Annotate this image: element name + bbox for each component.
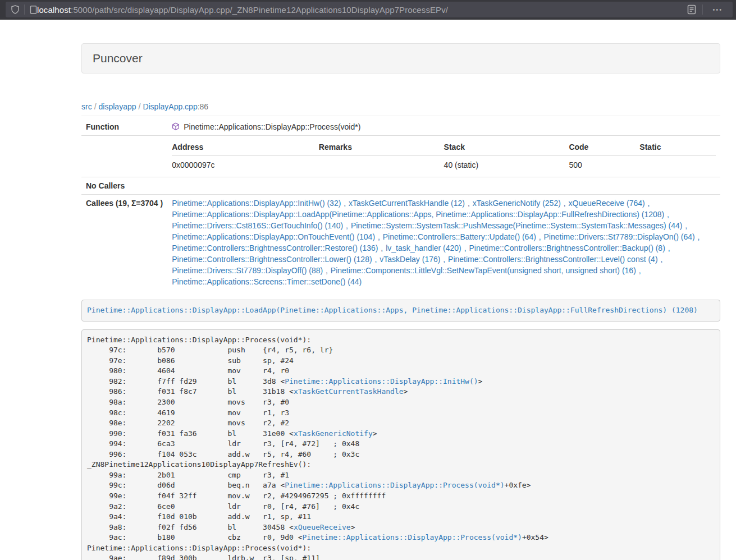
highlighted-symbol-box: Pinetime::Applications::DisplayApp::Load…: [81, 300, 720, 322]
symbol-cube-icon: [172, 122, 180, 131]
browser-toolbar: localhost:5000/path/src/displayapp/Displ…: [0, 0, 736, 20]
callee-separator: ,: [658, 255, 664, 264]
callee-separator: ,: [664, 210, 670, 219]
page-title-panel: Puncover: [81, 43, 720, 74]
disassembly-block: Pinetime::Applications::DisplayApp::Proc…: [81, 329, 720, 560]
callee-link[interactable]: lv_task_handler (420): [386, 244, 461, 253]
address-value: 0x0000097c: [172, 156, 319, 175]
callees-label: Callees (19, Σ=3704 ): [81, 195, 167, 291]
disassembly-symbol-link[interactable]: xTaskGenericNotify: [294, 429, 373, 438]
breadcrumb-link-src[interactable]: src: [81, 102, 92, 111]
callee-separator: ,: [665, 244, 671, 253]
callee-separator: ,: [343, 221, 351, 230]
callee-separator: ,: [465, 199, 473, 208]
toolbar-divider: [702, 4, 703, 15]
reader-mode-icon[interactable]: [686, 4, 697, 15]
shield-icon[interactable]: [11, 5, 19, 14]
disassembly-symbol-link[interactable]: xTaskGetCurrentTaskHandle: [294, 387, 404, 396]
metrics-row: Address Remarks Stack Code Static 0x0000…: [81, 136, 720, 177]
function-name: Pinetime::Applications::DisplayApp::Proc…: [184, 122, 360, 131]
callee-separator: ,: [645, 199, 651, 208]
callee-link[interactable]: xQueueReceive (764): [569, 199, 645, 208]
stack-value: 40 (static): [444, 156, 569, 175]
disassembly-symbol-link[interactable]: Pinetime::Applications::DisplayApp::Proc…: [285, 481, 504, 489]
callee-separator: ,: [372, 255, 380, 264]
function-table: Function Pinetime::Applications::Display…: [81, 118, 720, 290]
callee-link[interactable]: Pinetime::System::SystemTask::PushMessag…: [351, 221, 683, 230]
callee-link[interactable]: Pinetime::Drivers::Cst816S::GetTouchInfo…: [172, 221, 343, 230]
url-host: localhost: [37, 5, 71, 15]
callee-link[interactable]: xTaskGetCurrentTaskHandle (12): [349, 199, 465, 208]
callee-link[interactable]: Pinetime::Components::LittleVgl::SetNewT…: [331, 266, 636, 275]
callee-link[interactable]: Pinetime::Controllers::Battery::Update()…: [383, 232, 536, 241]
callee-separator: ,: [461, 244, 469, 253]
remarks-header: Remarks: [319, 139, 444, 156]
url-text[interactable]: localhost:5000/path/src/displayapp/Displ…: [37, 5, 686, 15]
breadcrumb: src/displayapp/DisplayApp.cpp:86: [81, 103, 720, 111]
callees-row: Callees (19, Σ=3704 ) Pinetime::Applicat…: [81, 195, 720, 291]
function-name-cell: Pinetime::Applications::DisplayApp::Proc…: [167, 118, 720, 136]
metrics-row-label-empty: [81, 136, 167, 177]
metrics-header-row: Address Remarks Stack Code Static: [172, 139, 716, 156]
breadcrumb-line-number: :86: [198, 102, 208, 111]
page-icon[interactable]: [30, 6, 37, 14]
disassembly-symbol-link[interactable]: Pinetime::Applications::DisplayApp::Init…: [285, 377, 478, 385]
page-content: Puncover src/displayapp/DisplayApp.cpp:8…: [81, 43, 720, 560]
callee-separator: ,: [375, 232, 383, 241]
callees-list: Pinetime::Applications::DisplayApp::Init…: [167, 195, 720, 291]
url-path: :5000/path/src/displayapp/DisplayApp.cpp…: [71, 5, 448, 15]
callee-link[interactable]: Pinetime::Applications::Screens::Timer::…: [172, 277, 362, 286]
identity-divider: [24, 4, 25, 15]
callee-link[interactable]: Pinetime::Applications::DisplayApp::OnTo…: [172, 232, 375, 241]
callee-link[interactable]: xTaskGenericNotify (252): [473, 199, 561, 208]
address-header: Address: [172, 139, 319, 156]
callee-link[interactable]: Pinetime::Controllers::BrightnessControl…: [172, 255, 372, 264]
callee-link[interactable]: Pinetime::Drivers::St7789::DisplayOff() …: [172, 266, 323, 275]
highlighted-symbol-link[interactable]: Pinetime::Applications::DisplayApp::Load…: [87, 306, 698, 314]
callee-link[interactable]: Pinetime::Controllers::BrightnessControl…: [172, 244, 378, 253]
page-actions-menu-icon[interactable]: •••: [708, 6, 727, 13]
function-label: Function: [81, 118, 167, 136]
static-header: Static: [639, 139, 716, 156]
callee-link[interactable]: Pinetime::Drivers::St7789::DisplayOn() (…: [544, 232, 695, 241]
no-callers-label: No Callers: [81, 177, 167, 195]
static-value: [639, 156, 716, 175]
callee-link[interactable]: Pinetime::Applications::DisplayApp::Load…: [172, 210, 664, 219]
callee-separator: ,: [636, 266, 642, 275]
callee-separator: ,: [695, 232, 701, 241]
no-callers-row: No Callers: [81, 177, 720, 195]
divider: [81, 116, 720, 116]
callee-separator: ,: [682, 221, 688, 230]
callee-separator: ,: [378, 244, 386, 253]
callee-link[interactable]: vTaskDelay (176): [380, 255, 440, 264]
callee-separator: ,: [341, 199, 349, 208]
remarks-value: [319, 156, 444, 175]
disassembly-symbol-link[interactable]: xQueueReceive: [294, 523, 351, 531]
breadcrumb-link-displayapp[interactable]: displayapp: [99, 102, 136, 111]
breadcrumb-separator: /: [92, 102, 99, 111]
callee-link[interactable]: Pinetime::Controllers::BrightnessControl…: [469, 244, 665, 253]
url-bar[interactable]: localhost:5000/path/src/displayapp/Displ…: [6, 2, 733, 17]
callee-separator: ,: [440, 255, 448, 264]
metrics-value-row: 0x0000097c 40 (static) 500: [172, 156, 716, 175]
breadcrumb-separator: /: [136, 102, 143, 111]
stack-header: Stack: [444, 139, 569, 156]
callee-separator: ,: [561, 199, 569, 208]
callee-link[interactable]: Pinetime::Applications::DisplayApp::Init…: [172, 199, 341, 208]
function-row: Function Pinetime::Applications::Display…: [81, 118, 720, 136]
code-header: Code: [569, 139, 639, 156]
disassembly-symbol-link[interactable]: Pinetime::Applications::DisplayApp::Proc…: [303, 533, 522, 541]
callee-link[interactable]: Pinetime::Controllers::BrightnessControl…: [448, 255, 657, 264]
code-value: 500: [569, 156, 639, 175]
metrics-table: Address Remarks Stack Code Static 0x0000…: [172, 139, 716, 174]
page-title: Puncover: [93, 52, 709, 65]
callee-separator: ,: [536, 232, 544, 241]
breadcrumb-link-file[interactable]: DisplayApp.cpp: [143, 102, 197, 111]
metrics-cell: Address Remarks Stack Code Static 0x0000…: [167, 136, 720, 177]
no-callers-cell: [167, 177, 720, 195]
callee-separator: ,: [323, 266, 331, 275]
